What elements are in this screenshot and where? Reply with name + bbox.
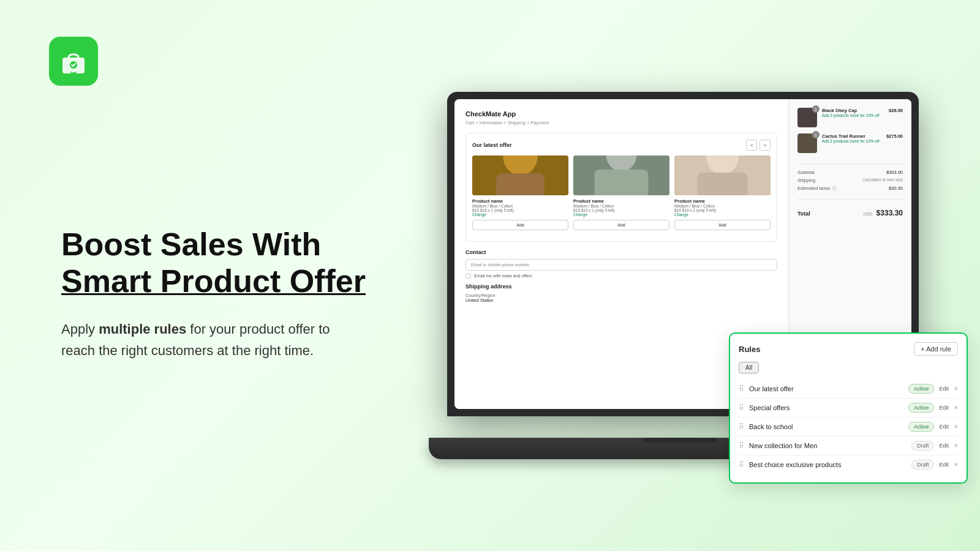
rule-row-5: ⠿ Best choice exclusive products Draft E… [739,455,958,474]
rule-delete-4[interactable]: × [954,441,958,450]
rule-edit-5[interactable]: Edit [939,462,949,468]
order-total-divider [797,199,903,200]
rule-edit-3[interactable]: Edit [939,424,949,430]
product-change-1[interactable]: Change [472,212,568,217]
product-variant-3: Medium / Blue / Cotton [674,204,771,208]
total-currency: USD [863,212,872,216]
filter-all-button[interactable]: All [739,362,759,373]
product-price-2: $19 $19 x 1 (only 5 left) [573,208,669,212]
offer-next-button[interactable]: > [760,140,771,151]
rule-name-5: Best choice exclusive products [749,461,911,468]
product-change-3[interactable]: Change [674,212,771,217]
tax-label: Estimated taxes ⓘ [797,186,837,192]
order-item-price-2: $275.00 [886,133,903,139]
product-card-1: Product name Medium / Blue / Cotton $19 … [472,156,568,230]
tax-value: $30.30 [889,186,903,192]
rule-row-1: ⠿ Our latest offer Active Edit × [739,380,958,399]
offer-title: Our latest offer [472,142,512,148]
shipping-row: Shipping Calculated at next step [797,178,903,183]
product-name-1: Product name [472,198,568,204]
contact-title: Contact [466,249,777,255]
order-item-2: 1 Cactus Trail Runner Add 2 products mor… [797,133,903,153]
rule-name-4: New collection for Men [749,442,911,449]
rule-delete-1[interactable]: × [954,384,958,393]
rule-edit-2[interactable]: Edit [939,405,949,411]
logo-icon [59,47,88,76]
subtotal-value: $303.00 [886,170,903,175]
left-panel: Boost Sales With Smart Product Offer App… [0,0,417,551]
headline: Boost Sales With Smart Product Offer [61,227,368,300]
breadcrumb: Cart > Information > Shipping > Payment [466,120,777,126]
rule-delete-2[interactable]: × [954,403,958,412]
product-image-3 [674,156,771,195]
offer-prev-button[interactable]: < [746,140,757,151]
subtext-bold: multiple rules [99,321,186,337]
product-add-button-2[interactable]: Add [573,220,669,230]
order-item-badge-2: 1 [812,131,820,138]
country-value: United States [466,298,777,303]
shipping-label: Shipping [797,178,815,183]
product-name-3: Product name [674,198,771,204]
logo-container [49,37,98,86]
total-value: $333.30 [876,209,903,217]
rule-name-2: Special offers [749,404,908,411]
hero-text-block: Boost Sales With Smart Product Offer App… [61,227,368,361]
headline-line2: Smart Product Offer [61,263,366,299]
email-field[interactable]: Email or mobile phone number [466,259,777,271]
product-price-1: $19 $19 x 1 (only 5 left) [472,208,568,212]
shipping-value: Calculated at next step [862,178,903,183]
tax-label-text: Estimated taxes [797,186,830,191]
app-title: CheckMate App [466,110,777,118]
drag-handle-4[interactable]: ⠿ [739,441,744,450]
order-item-image-2: 1 [797,133,817,153]
rule-row-4: ⠿ New collection for Men Draft Edit × [739,437,958,455]
headline-line1: Boost Sales With [61,227,321,262]
tax-row: Estimated taxes ⓘ $30.30 [797,186,903,192]
total-row: Total USD $333.30 [797,207,903,218]
right-panel: CheckMate App Cart > Information > Shipp… [380,0,980,551]
order-item-1: 1 Black Obey Cap Add 2 products more for… [797,108,903,127]
country-label: Country/Region [466,293,777,298]
newsletter-checkbox[interactable]: Email me with news and offers [466,273,777,279]
product-grid: Product name Medium / Blue / Cotton $19 … [472,156,771,230]
product-add-button-1[interactable]: Add [472,220,568,230]
drag-handle-3[interactable]: ⠿ [739,422,744,431]
order-item-promo-1[interactable]: Add 2 products more for 10% off [822,113,884,118]
order-item-image-1: 1 [797,108,817,127]
product-card-3: Product name Medium / Blue / Cotton $19 … [674,156,771,230]
total-label: Total [797,211,810,217]
product-add-button-3[interactable]: Add [674,220,771,230]
rule-edit-4[interactable]: Edit [939,443,949,449]
offer-section: Our latest offer < > [466,133,777,242]
tax-info-icon: ⓘ [832,186,837,190]
rule-row-3: ⠿ Back to school Active Edit × [739,418,958,437]
order-item-badge-1: 1 [812,105,820,113]
drag-handle-5[interactable]: ⠿ [739,460,744,469]
rule-status-4: Draft [911,441,935,451]
drag-handle-1[interactable]: ⠿ [739,384,744,393]
rule-row-2: ⠿ Special offers Active Edit × [739,399,958,418]
rules-header: Rules + Add rule [739,342,958,356]
order-item-name-1: Black Obey Cap [822,108,884,113]
product-image-2 [573,156,669,195]
rule-name-1: Our latest offer [749,385,908,392]
rule-delete-3[interactable]: × [954,422,958,431]
subtotal-label: Subtotal [797,170,815,175]
order-item-promo-2[interactable]: Add 2 products more for 10% off [822,139,881,143]
add-rule-button[interactable]: + Add rule [914,342,958,356]
laptop-outer: CheckMate App Cart > Information > Shipp… [429,92,931,459]
rule-edit-1[interactable]: Edit [939,386,949,392]
rule-delete-5[interactable]: × [954,460,958,469]
product-change-2[interactable]: Change [573,212,669,217]
rule-status-2: Active [908,403,935,413]
newsletter-label: Email me with news and offers [474,274,532,278]
product-image-1 [472,156,568,195]
drag-handle-2[interactable]: ⠿ [739,403,744,412]
rule-status-5: Draft [911,460,935,470]
order-item-info-2: Cactus Trail Runner Add 2 products more … [822,133,881,143]
order-item-price-1: $28.00 [889,108,903,113]
rule-status-3: Active [908,422,935,432]
rule-name-3: Back to school [749,423,908,430]
svg-rect-10 [698,173,748,195]
product-variant-2: Medium / Blue / Cotton [573,204,669,208]
